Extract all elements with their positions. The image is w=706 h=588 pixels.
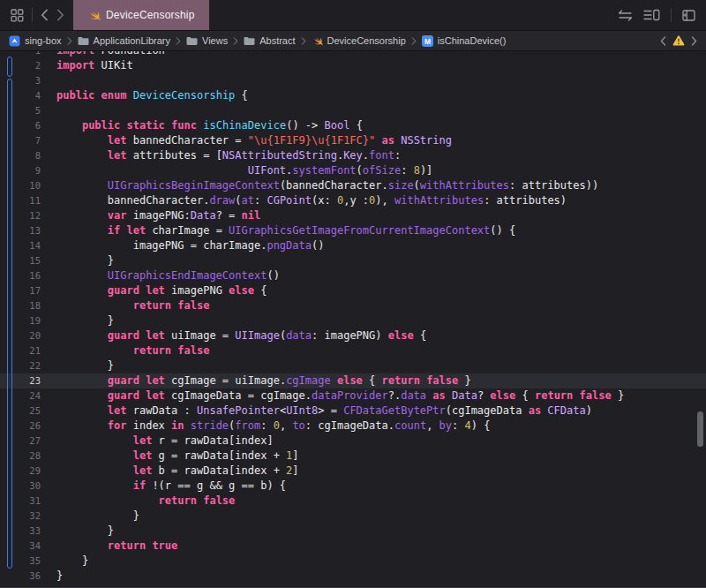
add-editor-icon[interactable] <box>682 10 695 21</box>
breadcrumb-item-devicecensorship[interactable]: DeviceCensorship <box>312 35 406 47</box>
code-line-3[interactable]: 3 <box>0 73 706 88</box>
code-line-23[interactable]: 23 guard let cgImage = uiImage.cgImage e… <box>0 373 706 388</box>
code-line-25[interactable]: 25 let rawData : UnsafePointer<UInt8> = … <box>0 403 706 418</box>
line-number[interactable]: 11 <box>0 193 41 208</box>
code-line-20[interactable]: 20 guard let uiImage = UIImage(data: ima… <box>0 328 706 343</box>
line-number[interactable]: 19 <box>0 313 41 328</box>
line-number[interactable]: 34 <box>0 539 41 554</box>
code-line-9[interactable]: 9 UIFont.systemFont(ofSize: 8)] <box>0 163 706 178</box>
code-line-27[interactable]: 27 let r = rawData[index] <box>0 433 706 449</box>
code-line-19[interactable]: 19 } <box>0 313 706 328</box>
line-number[interactable]: 36 <box>0 569 41 584</box>
code-line-26[interactable]: 26 for index in stride(from: 0, to: cgIm… <box>0 418 706 433</box>
breadcrumb-item-applicationlibrary[interactable]: ApplicationLibrary <box>78 35 170 46</box>
code-line-17[interactable]: 17 guard let imagePNG else { <box>0 283 706 298</box>
line-number[interactable]: 32 <box>0 509 41 524</box>
code-line-5[interactable]: 5 <box>0 103 706 118</box>
line-number[interactable]: 20 <box>0 328 41 343</box>
code-line-16[interactable]: 16 UIGraphicsEndImageContext() <box>0 268 706 283</box>
tab-overview-icon[interactable] <box>11 9 24 22</box>
code-line-15[interactable]: 15 } <box>0 253 706 268</box>
back-chevron-icon[interactable] <box>41 9 49 21</box>
code-line-36[interactable]: 36} <box>0 569 706 584</box>
code-line-18[interactable]: 18 return false <box>0 298 706 313</box>
line-number[interactable]: 33 <box>0 524 41 539</box>
code-line-28[interactable]: 28 let g = rawData[index + 1] <box>0 449 706 464</box>
line-number[interactable]: 24 <box>0 388 41 403</box>
previous-issue-chevron-icon[interactable] <box>660 36 666 46</box>
line-number[interactable]: 1 <box>0 51 41 58</box>
line-number[interactable]: 17 <box>0 283 41 298</box>
line-number[interactable]: 9 <box>0 163 41 178</box>
line-number[interactable]: 31 <box>0 494 41 509</box>
code-line-34[interactable]: 34 return true <box>0 539 706 554</box>
code-line-30[interactable]: 30 if !(r == g && g == b) { <box>0 479 706 494</box>
code-line-32[interactable]: 32 } <box>0 509 706 524</box>
tab-devicecensorship[interactable]: DeviceCensorship <box>73 0 209 30</box>
code-line-4[interactable]: 4public enum DeviceCensorship { <box>0 88 706 103</box>
source-control-change-bar[interactable] <box>7 79 12 569</box>
line-number[interactable]: 7 <box>0 133 41 148</box>
line-number[interactable]: 18 <box>0 298 41 313</box>
code-line-33[interactable]: 33 } <box>0 524 706 539</box>
code-line-11[interactable]: 11 bannedCharacter.draw(at: CGPoint(x: 0… <box>0 193 706 208</box>
breadcrumb-item-sing-box[interactable]: sing-box <box>9 35 62 47</box>
line-number[interactable]: 15 <box>0 253 41 268</box>
line-number[interactable]: 29 <box>0 464 41 479</box>
line-number[interactable]: 28 <box>0 449 41 464</box>
code-line-7[interactable]: 7 let bannedCharacter = "\u{1F1F9}\u{1F1… <box>0 133 706 148</box>
line-number[interactable]: 30 <box>0 479 41 494</box>
line-number[interactable]: 8 <box>0 148 41 163</box>
line-number[interactable]: 13 <box>0 223 41 238</box>
folder-icon <box>244 36 255 46</box>
vertical-scrollbar-thumb[interactable] <box>697 411 703 447</box>
line-number[interactable]: 4 <box>0 88 41 103</box>
swap-editors-icon[interactable] <box>618 10 633 21</box>
line-number[interactable]: 21 <box>0 343 41 358</box>
forward-chevron-icon[interactable] <box>56 9 64 21</box>
code-line-14[interactable]: 14 imagePNG = charImage.pngData() <box>0 238 706 253</box>
line-number[interactable]: 3 <box>0 73 41 88</box>
line-number[interactable]: 35 <box>0 554 41 569</box>
breadcrumb-label: Abstract <box>259 35 295 46</box>
source-control-change-bar[interactable] <box>7 57 12 77</box>
code-line-2[interactable]: 2import UIKit <box>0 58 706 73</box>
code-line-8[interactable]: 8 let attributes = [NSAttributedString.K… <box>0 148 706 163</box>
code-line-35[interactable]: 35 } <box>0 554 706 569</box>
line-number[interactable]: 14 <box>0 238 41 253</box>
code-line-13[interactable]: 13 if let charImage = UIGraphicsGetImage… <box>0 223 706 238</box>
line-number[interactable]: 25 <box>0 403 41 418</box>
breadcrumb-item-abstract[interactable]: Abstract <box>244 35 295 46</box>
code-text: return true <box>56 539 706 554</box>
line-number[interactable]: 6 <box>0 118 41 133</box>
breadcrumb-item-views[interactable]: Views <box>186 35 228 46</box>
code-line-6[interactable]: 6 public static func isChinaDevice() -> … <box>0 118 706 133</box>
code-line-29[interactable]: 29 let b = rawData[index + 2] <box>0 464 706 479</box>
line-number[interactable]: 23 <box>0 373 41 388</box>
line-number[interactable]: 16 <box>0 268 41 283</box>
code-line-22[interactable]: 22 } <box>0 358 706 373</box>
code-text: let bannedCharacter = "\u{1F1F9}\u{1F1FC… <box>56 133 706 148</box>
editor-options-icon[interactable] <box>643 9 660 21</box>
line-number[interactable]: 2 <box>0 58 41 73</box>
code-line-1[interactable]: 1import Foundation <box>0 51 706 58</box>
line-number[interactable]: 12 <box>0 208 41 223</box>
tab-label: DeviceCensorship <box>106 9 195 21</box>
breadcrumb: sing-boxApplicationLibraryViewsAbstractD… <box>9 35 506 47</box>
code-line-12[interactable]: 12 var imagePNG:Data? = nil <box>0 208 706 223</box>
breadcrumb-item-ischinadevice[interactable]: MisChinaDevice() <box>422 35 507 47</box>
code-line-31[interactable]: 31 return false <box>0 494 706 509</box>
warning-triangle-icon[interactable] <box>672 35 685 46</box>
toolbar-divider <box>32 8 33 22</box>
line-number[interactable]: 10 <box>0 178 41 193</box>
code-text: } <box>56 358 706 373</box>
line-number[interactable]: 22 <box>0 358 41 373</box>
code-line-10[interactable]: 10 UIGraphicsBeginImageContext(bannedCha… <box>0 178 706 193</box>
editor[interactable]: 1import Foundation2import UIKit34public … <box>0 51 706 588</box>
next-issue-chevron-icon[interactable] <box>691 36 697 46</box>
line-number[interactable]: 26 <box>0 418 41 433</box>
line-number[interactable]: 5 <box>0 103 41 118</box>
code-line-24[interactable]: 24 guard let cgImageData = cgImage.dataP… <box>0 388 706 403</box>
line-number[interactable]: 27 <box>0 433 41 449</box>
code-line-21[interactable]: 21 return false <box>0 343 706 358</box>
